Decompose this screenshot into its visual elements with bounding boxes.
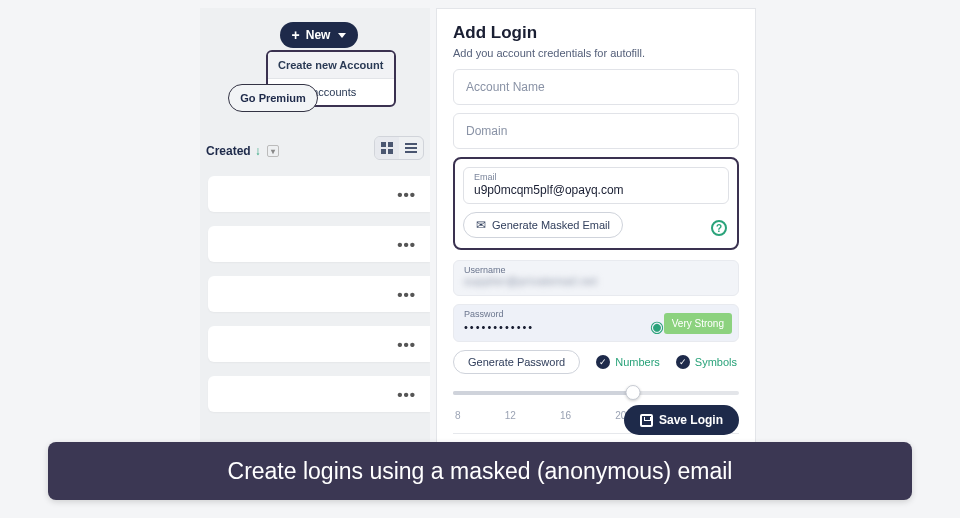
- more-icon[interactable]: •••: [397, 186, 416, 203]
- account-list: ••• ••• ••• ••• •••: [208, 176, 430, 426]
- list-item[interactable]: •••: [208, 226, 430, 262]
- length-slider[interactable]: [453, 382, 739, 406]
- save-login-button[interactable]: Save Login: [624, 405, 739, 435]
- list-view-icon[interactable]: [399, 137, 423, 159]
- caption-banner: Create logins using a masked (anonymous)…: [48, 442, 912, 500]
- app-window: + New Create new Account Import accounts…: [200, 8, 756, 448]
- svg-rect-6: [405, 151, 417, 153]
- generate-masked-email-button[interactable]: ✉ Generate Masked Email: [463, 212, 623, 238]
- username-label: Username: [464, 265, 728, 275]
- help-icon[interactable]: ?: [711, 220, 727, 236]
- save-icon: [640, 414, 653, 427]
- list-item[interactable]: •••: [208, 326, 430, 362]
- svg-rect-5: [405, 147, 417, 149]
- more-icon[interactable]: •••: [397, 236, 416, 253]
- password-options-row: Generate Password ✓Numbers ✓Symbols: [453, 350, 739, 374]
- svg-rect-0: [381, 142, 386, 147]
- more-icon[interactable]: •••: [397, 336, 416, 353]
- numbers-toggle[interactable]: ✓Numbers: [596, 355, 660, 369]
- domain-field[interactable]: Domain: [453, 113, 739, 149]
- slider-fill: [453, 391, 633, 395]
- panel-subtitle: Add you account credentials for autofill…: [453, 47, 739, 59]
- new-button[interactable]: + New: [280, 22, 358, 48]
- chevron-down-icon: [338, 33, 346, 38]
- generate-masked-email-label: Generate Masked Email: [492, 219, 610, 231]
- sort-label: Created: [206, 144, 251, 158]
- svg-rect-1: [388, 142, 393, 147]
- more-icon[interactable]: •••: [397, 286, 416, 303]
- left-panel: + New Create new Account Import accounts…: [200, 8, 430, 448]
- check-icon: ✓: [596, 355, 610, 369]
- account-name-field[interactable]: Account Name: [453, 69, 739, 105]
- password-field[interactable]: Password •••••••••••• ◉ Very Strong: [453, 304, 739, 342]
- password-strength-badge: Very Strong: [664, 313, 732, 334]
- more-icon[interactable]: •••: [397, 386, 416, 403]
- list-item[interactable]: •••: [208, 376, 430, 412]
- email-label: Email: [474, 172, 718, 182]
- svg-rect-2: [381, 149, 386, 154]
- list-item[interactable]: •••: [208, 276, 430, 312]
- svg-rect-3: [388, 149, 393, 154]
- sort-dropdown-icon: ▾: [267, 145, 279, 157]
- svg-rect-4: [405, 143, 417, 145]
- view-toggle: [374, 136, 424, 160]
- generate-password-button[interactable]: Generate Password: [453, 350, 580, 374]
- slider-thumb[interactable]: [626, 385, 641, 400]
- add-login-panel: Add Login Add you account credentials fo…: [436, 8, 756, 448]
- arrow-down-icon: ↓: [255, 144, 261, 158]
- email-section: Email u9p0mcqm5plf@opayq.com ✉ Generate …: [453, 157, 739, 250]
- check-icon: ✓: [676, 355, 690, 369]
- list-item[interactable]: •••: [208, 176, 430, 212]
- mail-icon: ✉: [476, 218, 486, 232]
- symbols-toggle[interactable]: ✓Symbols: [676, 355, 737, 369]
- username-field[interactable]: Username supplier@privatemail.net: [453, 260, 739, 296]
- menu-item-create-account[interactable]: Create new Account: [268, 52, 394, 79]
- save-login-label: Save Login: [659, 413, 723, 427]
- email-field[interactable]: Email u9p0mcqm5plf@opayq.com: [463, 167, 729, 204]
- panel-title: Add Login: [453, 23, 739, 43]
- plus-icon: +: [292, 28, 300, 42]
- go-premium-button[interactable]: Go Premium: [228, 84, 318, 112]
- email-value: u9p0mcqm5plf@opayq.com: [474, 182, 718, 197]
- new-button-label: New: [306, 28, 331, 42]
- eye-icon[interactable]: ◉: [650, 317, 664, 336]
- username-value: supplier@privatemail.net: [464, 275, 728, 287]
- grid-view-icon[interactable]: [375, 137, 399, 159]
